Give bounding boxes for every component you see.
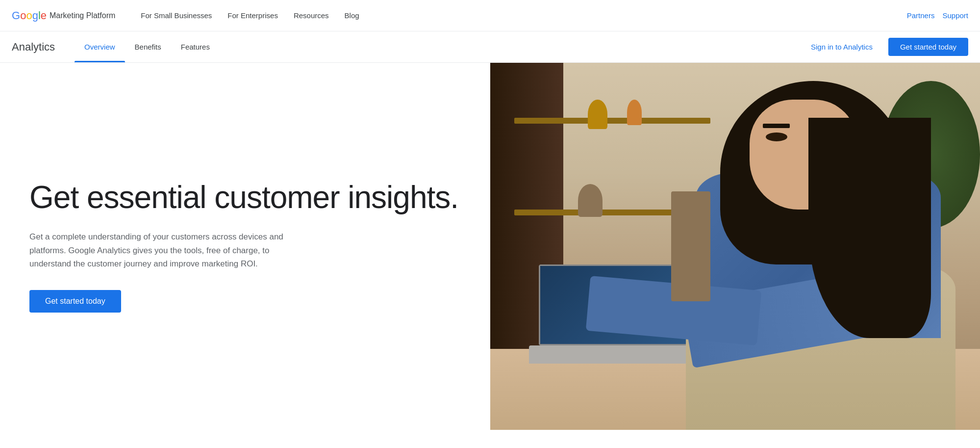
bag-strap [671,191,710,301]
hero-description: Get a complete understanding of your cus… [29,230,284,270]
nav-blog[interactable]: Blog [339,7,365,24]
tab-overview[interactable]: Overview [75,31,125,62]
hair-flow [808,118,931,338]
nav-small-biz[interactable]: For Small Businesses [135,7,218,24]
top-navigation: Google Marketing Platform For Small Busi… [0,0,980,31]
eye [766,132,787,141]
logo-area: Google Marketing Platform [12,9,115,22]
secondary-navigation: Analytics Overview Benefits Features Sig… [0,31,980,63]
hero-content: Get essential customer insights. Get a c… [0,63,490,430]
shelf-decor-3 [578,184,603,217]
hero-title: Get essential customer insights. [29,180,461,214]
get-started-button-header[interactable]: Get started today [888,38,968,56]
hero-photo [490,63,980,430]
google-g-yellow: o [26,9,32,22]
hero-cta-button[interactable]: Get started today [29,290,121,313]
hero-image [490,63,980,430]
shelf-top [514,118,710,124]
eyebrow [763,124,790,128]
shelf-decor-1 [588,100,607,129]
secondary-nav-links: Overview Benefits Features [75,31,220,62]
top-nav-links: For Small Businesses For Enterprises Res… [135,7,906,24]
google-logo: Google [12,9,47,22]
secondary-nav-right: Sign in to Analytics Get started today [803,38,968,56]
nav-support[interactable]: Support [942,11,968,20]
google-g-red: o [20,9,26,22]
analytics-brand: Analytics [12,41,55,53]
nav-resources[interactable]: Resources [288,7,335,24]
nav-enterprises[interactable]: For Enterprises [222,7,284,24]
shelf-decor-2 [627,100,642,125]
google-g-blue2: g [32,9,38,22]
tab-features[interactable]: Features [171,31,220,62]
google-g-blue: G [12,9,20,22]
google-g-red2: e [41,9,47,22]
tab-benefits[interactable]: Benefits [125,31,171,62]
top-nav-right: Partners Support [907,11,968,20]
nav-partners[interactable]: Partners [907,11,935,20]
platform-text: Marketing Platform [50,11,115,20]
sign-in-button[interactable]: Sign in to Analytics [803,39,880,55]
hero-section: Get essential customer insights. Get a c… [0,63,980,430]
